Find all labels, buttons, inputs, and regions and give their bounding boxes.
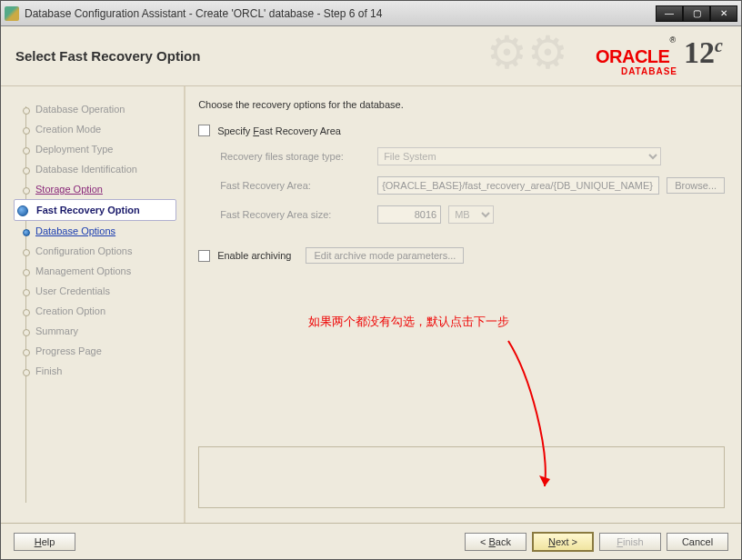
java-icon — [5, 6, 19, 21]
enable-archiving-row: Enable archiving Edit archive mode param… — [198, 247, 725, 264]
brand-text: ORACLE — [596, 46, 669, 66]
step-storage-option[interactable]: Storage Option — [17, 179, 176, 199]
step-finish: Finish — [17, 361, 176, 381]
page-title: Select Fast Recovery Option — [15, 48, 200, 64]
instruction-text: Choose the recovery options for the data… — [198, 99, 725, 110]
step-database-options[interactable]: Database Options — [17, 221, 176, 241]
window-title: Database Configuration Assistant - Creat… — [25, 7, 656, 20]
titlebar[interactable]: Database Configuration Assistant - Creat… — [1, 1, 741, 26]
dbca-window: Database Configuration Assistant - Creat… — [0, 0, 742, 560]
minimize-button[interactable]: — — [656, 5, 683, 22]
storage-type-label: Recovery files storage type: — [220, 151, 370, 162]
maximize-button[interactable]: ▢ — [683, 5, 710, 22]
annotation-text: 如果两个都没有勾选，默认点击下一步 — [308, 314, 509, 330]
message-panel — [198, 446, 725, 508]
version-number: 12c — [684, 35, 723, 69]
fra-path-row: Fast Recovery Area: Browse... — [220, 176, 725, 195]
specify-fra-row: Specify Fast Recovery Area — [198, 125, 725, 136]
window-controls: — ▢ ✕ — [656, 5, 737, 22]
browse-button: Browse... — [667, 177, 725, 194]
oracle-logo: ORACLE® 12c DATABASE — [596, 35, 723, 76]
fra-size-row: Fast Recovery Area size: MB — [220, 205, 725, 224]
main-panel: Choose the recovery options for the data… — [186, 86, 741, 523]
fra-size-label: Fast Recovery Area size: — [220, 209, 370, 220]
step-database-identification: Database Identification — [17, 159, 176, 179]
footer-bar: Help < Back Next > Finish Cancel — [1, 523, 741, 559]
wizard-sidebar: Database Operation Creation Mode Deploym… — [1, 86, 186, 523]
product-line: DATABASE — [596, 66, 677, 76]
step-configuration-options: Configuration Options — [17, 241, 176, 261]
gears-decoration: ⚙⚙ — [486, 26, 568, 79]
step-creation-mode: Creation Mode — [17, 119, 176, 139]
header-banner: Select Fast Recovery Option ⚙⚙ ORACLE® 1… — [1, 26, 741, 86]
finish-button: Finish — [599, 533, 661, 551]
storage-type-row: Recovery files storage type: File System — [220, 147, 725, 165]
step-creation-option: Creation Option — [17, 301, 176, 321]
cancel-button[interactable]: Cancel — [667, 533, 728, 551]
step-deployment-type: Deployment Type — [17, 139, 176, 159]
fra-size-unit-select: MB — [448, 205, 494, 224]
storage-type-select: File System — [377, 147, 661, 165]
edit-archive-button: Edit archive mode parameters... — [306, 247, 464, 264]
step-user-credentials: User Credentials — [17, 281, 176, 301]
step-fast-recovery-option: Fast Recovery Option — [14, 199, 176, 221]
step-summary: Summary — [17, 321, 176, 341]
specify-fra-label[interactable]: Specify Fast Recovery Area — [217, 125, 341, 136]
back-button[interactable]: < Back — [465, 533, 526, 551]
enable-archiving-label[interactable]: Enable archiving — [217, 250, 291, 261]
step-management-options: Management Options — [17, 261, 176, 281]
step-database-operation: Database Operation — [17, 99, 176, 119]
fra-path-input — [377, 176, 659, 195]
enable-archiving-checkbox[interactable] — [198, 250, 210, 262]
fra-size-input — [377, 205, 441, 224]
close-button[interactable]: ✕ — [710, 5, 737, 22]
help-button[interactable]: Help — [14, 533, 75, 551]
next-button[interactable]: Next > — [532, 532, 594, 552]
specify-fra-checkbox[interactable] — [198, 125, 210, 136]
step-progress-page: Progress Page — [17, 341, 176, 361]
fra-path-label: Fast Recovery Area: — [220, 180, 370, 191]
body-area: Database Operation Creation Mode Deploym… — [1, 86, 741, 523]
